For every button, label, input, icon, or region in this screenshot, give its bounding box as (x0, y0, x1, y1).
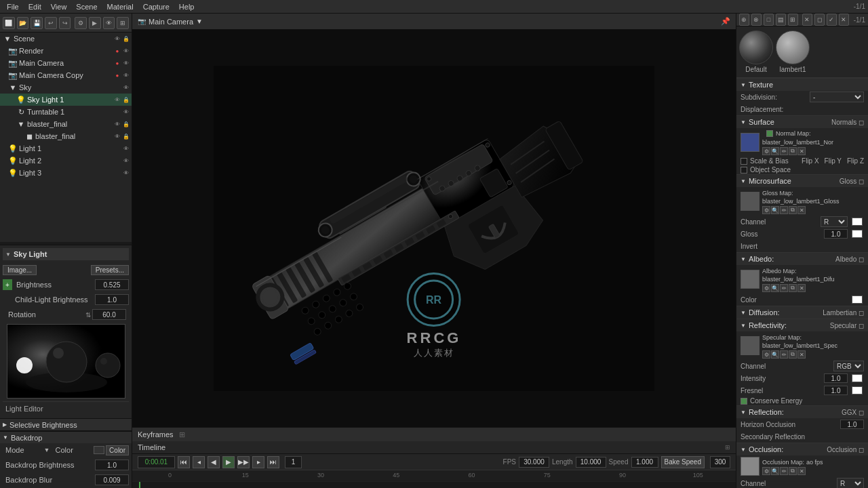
sky-eye[interactable]: 👁 (122, 83, 130, 92)
color-swatch[interactable] (94, 446, 104, 454)
diff-header[interactable]: ▼ Diffusion: Lambertian ◻ (736, 306, 868, 319)
expand-btn[interactable]: ⊞ (117, 17, 129, 29)
sl-eye[interactable]: 👁 (113, 96, 121, 104)
render-lock[interactable]: 👁 (122, 47, 130, 55)
occ-thumb[interactable] (741, 457, 760, 476)
gm-close[interactable]: ✕ (797, 206, 806, 214)
tree-blaster[interactable]: ▼ blaster_final 👁 🔒 (0, 118, 132, 130)
open-btn[interactable]: 📂 (17, 17, 29, 29)
normal-map-checkbox[interactable] (766, 130, 773, 137)
tree-sky-light[interactable]: 💡 Sky Light 1 👁 🔒 (0, 94, 132, 106)
l3-eye[interactable]: 👁 (122, 169, 130, 177)
gloss-input[interactable] (824, 229, 848, 239)
tt-eye[interactable]: 👁 (122, 108, 130, 116)
sky-light-header[interactable]: ▼ Sky Light (3, 248, 129, 260)
menu-file[interactable]: File (3, 1, 23, 12)
occ-channel-select[interactable]: RG (837, 478, 864, 488)
nm-pencil[interactable]: ✏ (780, 147, 788, 155)
albedo-thumb[interactable] (741, 270, 760, 289)
tree-light2[interactable]: 💡 Light 2 👁 (0, 155, 132, 167)
intensity-input[interactable] (824, 373, 848, 383)
channel-select[interactable]: RGB (821, 216, 848, 227)
frame-count-box[interactable]: 300 (710, 456, 730, 468)
occ-header[interactable]: ▼ Occlusion: Occlusion ◻ (736, 443, 868, 455)
sm-search[interactable]: 🔍 (771, 350, 779, 359)
object-space-check[interactable] (741, 167, 747, 174)
save-btn[interactable]: 💾 (31, 17, 43, 29)
horizon-occ-input[interactable] (840, 420, 864, 429)
flip-z-btn[interactable]: Flip Z (847, 157, 864, 165)
nm-search[interactable]: 🔍 (771, 147, 779, 155)
albedo-color-swatch[interactable] (852, 296, 863, 304)
om-copy[interactable]: ⧉ (789, 467, 797, 475)
om-gear[interactable]: ⚙ (762, 467, 770, 475)
brightness-add-btn[interactable]: + (3, 279, 12, 290)
selective-brightness-header[interactable]: ▶ Selective Brightness (0, 418, 132, 430)
color-btn[interactable]: Color (106, 445, 129, 455)
sm-pencil[interactable]: ✏ (780, 350, 788, 359)
tree-camera-copy[interactable]: 📷 Main Camera Copy ● 👁 (0, 69, 132, 81)
refl-header[interactable]: ▼ Reflectivity: Specular ◻ (736, 319, 868, 331)
spec-channel-select[interactable]: RGBR (833, 361, 864, 371)
cam-vis[interactable]: ● (113, 59, 121, 67)
tree-render[interactable]: 📷 Render ● 👁 (0, 45, 132, 57)
sm-close[interactable]: ✕ (797, 350, 806, 359)
brightness-input[interactable] (95, 279, 129, 290)
rotation-input[interactable] (92, 309, 126, 320)
speed-input[interactable] (631, 457, 658, 468)
fps-input[interactable] (519, 457, 549, 468)
menu-edit[interactable]: Edit (24, 1, 45, 12)
bd-blur-input[interactable] (95, 474, 129, 485)
tree-light3[interactable]: 💡 Light 3 👁 (0, 167, 132, 179)
viewport-content[interactable]: RR RRCG 人人素材 (132, 30, 736, 427)
skip-end-btn[interactable]: ⏭ (267, 456, 279, 468)
new-btn[interactable]: ⬜ (3, 17, 15, 29)
bd-brightness-input[interactable] (95, 460, 129, 470)
spec-thumb[interactable] (741, 336, 760, 355)
vp-pin-icon[interactable]: 📌 (721, 17, 730, 26)
surface-header[interactable]: ▼ Surface Normals ◻ (736, 116, 868, 128)
scale-bias-check[interactable] (741, 158, 747, 165)
conserve-energy-check[interactable] (741, 398, 747, 405)
am-close[interactable]: ✕ (797, 284, 806, 292)
vis-toggle[interactable]: 👁 (103, 17, 115, 29)
om-close[interactable]: ✕ (797, 467, 806, 475)
skip-start-btn[interactable]: ⏮ (178, 456, 190, 468)
material-lambert-sphere[interactable] (776, 30, 810, 64)
redo-btn[interactable]: ↪ (59, 17, 71, 29)
bake-speed-btn[interactable]: Bake Speed (661, 456, 705, 468)
sl-lock[interactable]: 🔒 (122, 96, 130, 104)
cc-vis[interactable]: ● (113, 71, 121, 79)
menu-material[interactable]: Material (103, 1, 138, 12)
tree-turntable[interactable]: ↻ Turntable 1 👁 (0, 106, 132, 118)
am-search[interactable]: 🔍 (771, 284, 779, 292)
tl-expand-icon[interactable]: ⊞ (725, 444, 730, 451)
menu-capture[interactable]: Capture (139, 1, 174, 12)
rt-btn8[interactable]: ✓ (827, 14, 837, 26)
frame-num-box[interactable]: 1 (285, 456, 302, 468)
bc-lock[interactable]: 🔒 (122, 132, 130, 140)
length-input[interactable] (576, 457, 606, 468)
rt-btn5[interactable]: ⊞ (788, 14, 798, 26)
menu-scene[interactable]: Scene (72, 1, 101, 12)
sm-gear[interactable]: ⚙ (762, 350, 770, 359)
fresnel-swatch[interactable] (852, 386, 863, 394)
tree-blaster-child[interactable]: ◼ blaster_final 👁 🔒 (0, 130, 132, 142)
normal-map-thumb[interactable] (741, 133, 760, 152)
next-key-btn[interactable]: ▸ (252, 456, 264, 468)
vis-icon[interactable]: 👁 (113, 35, 121, 43)
gm-gear[interactable]: ⚙ (762, 206, 770, 214)
material-default-sphere[interactable] (739, 30, 773, 64)
gloss-map-thumb[interactable] (741, 192, 760, 211)
rt-btn1[interactable]: ⊕ (739, 14, 749, 26)
render-btn[interactable]: ▶ (89, 17, 101, 29)
reflect-header[interactable]: ▼ Reflection: GGX ◻ (736, 406, 868, 418)
am-pencil[interactable]: ✏ (780, 284, 788, 292)
texture-header[interactable]: ▼ Texture (736, 79, 868, 91)
backdrop-header[interactable]: ▼ Backdrop (0, 431, 132, 443)
cam-eye[interactable]: 👁 (122, 59, 130, 67)
nm-close[interactable]: ✕ (797, 147, 806, 155)
l2-eye[interactable]: 👁 (122, 157, 130, 165)
rotation-arrows[interactable]: ⇅ (85, 311, 91, 319)
menu-view[interactable]: View (47, 1, 71, 12)
